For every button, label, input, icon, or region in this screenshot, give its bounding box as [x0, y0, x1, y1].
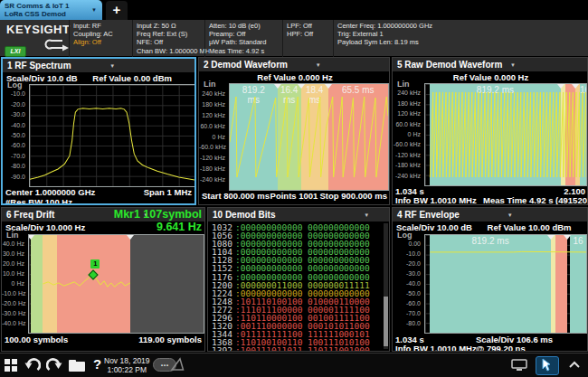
y-axis-tick-label: -40.0 Hz	[2, 320, 24, 326]
y-axis-tick-label: 120 kHz	[199, 112, 225, 118]
measurement-tab[interactable]: SR Comms & IoT 1 LoRa CSS Demod ▼	[0, 0, 102, 20]
keysight-logo: KEYSIGHT	[6, 23, 70, 36]
y-axis-tick-label: -30.0 Hz	[2, 310, 24, 316]
instrument-status-header: KEYSIGHT LXI Input: RFCoupling: ACAlign:…	[0, 20, 588, 56]
info-bw-label: Info BW 1.0010 MHz	[395, 344, 477, 352]
y-axis-tick-label: 30.0 Hz	[2, 250, 24, 257]
window-raw-demod-waveform[interactable]: 5 Raw Demod Waveform ▼ Ref Value 0.000 H…	[392, 57, 588, 205]
y-axis-tick-label: -20.0	[3, 101, 25, 108]
help-icon[interactable]: ?	[93, 356, 101, 372]
y-axis-tick-label: -180 kHz	[199, 165, 225, 172]
scale-line: Ref Value 0.000 Hz	[396, 72, 585, 82]
window-rf-spectrum[interactable]: 1 RF Spectrum ▼ Scale/Div 10.0 dB Ref Va…	[1, 57, 196, 205]
chevron-down-icon[interactable]: ▼	[507, 212, 513, 218]
res-bw-label: #Res BW 100 Hz	[5, 197, 72, 205]
x-axis-center-label: Center 1.0000000 GHz	[5, 187, 95, 197]
demod-bits-table: 1032:000000000000 0000000000001056:00000…	[211, 223, 382, 351]
trace-line	[425, 84, 586, 185]
window-title-bar[interactable]: 5 Raw Demod Waveform ▼	[393, 58, 587, 71]
scrollbar-track[interactable]	[384, 223, 388, 349]
header-setting-value: Freq Ref: Ext (S)	[137, 30, 209, 38]
y-axis-tick-label: -30.0	[3, 111, 25, 118]
ref-value: Ref Value 0.00 dBm	[92, 73, 172, 83]
tab-label-line1: SR Comms & IoT 1	[5, 2, 102, 10]
y-axis-tick-label: -20.0 Hz	[2, 300, 24, 306]
header-setting-value: Center Freq: 1.000000000 GHz	[337, 22, 459, 30]
y-axis-tick-label: -80.0	[393, 320, 421, 326]
bit-row-values: :100111011011 110111001000	[235, 345, 370, 351]
ref-value: Ref Value 0.000 Hz	[453, 72, 528, 82]
window-title: 4 RF Envelope	[397, 210, 460, 220]
y-axis-tick-label: -50.0	[3, 132, 25, 138]
vsa-application-window: SR Comms & IoT 1 LoRa CSS Demod ▼ + KEYS…	[0, 0, 588, 377]
y-axis-tick-label: -60.0	[393, 300, 421, 306]
chevron-down-icon[interactable]: ▼	[316, 62, 321, 68]
y-axis-tick-label: 0 Hz	[199, 134, 225, 140]
y-axis-tick-label: -10.0	[393, 250, 421, 257]
window-demod-waveform[interactable]: 2 Demod Waveform ▼ Ref Value 0.000 Hz 81…	[198, 57, 390, 205]
window-rf-envelope[interactable]: 4 RF Envelope ▼ Scale/Div 10.00 dB Ref V…	[392, 207, 588, 352]
chevron-down-icon[interactable]: ▼	[510, 62, 516, 68]
add-measurement-button[interactable]: +	[106, 1, 128, 20]
lxi-badge: LXI	[5, 46, 26, 57]
raw-demod-plot-area: 819.2 ms16	[424, 83, 587, 186]
header-setting-value: HPF: Off	[287, 30, 336, 38]
window-title: 1 RF Spectrum	[7, 61, 71, 71]
header-setting-value: Input Z: 50 Ω	[137, 22, 209, 30]
marker-readout-value: 9.641 Hz	[114, 221, 202, 233]
x-axis-stop-label: 119.00 symbols	[138, 335, 202, 344]
y-axis-scale-type: Lin	[397, 80, 410, 89]
scrollbar-thumb[interactable]	[384, 297, 388, 347]
freq-drift-plot-area: 1	[28, 234, 204, 334]
chevron-down-icon[interactable]: ▼	[91, 6, 97, 14]
window-title-bar[interactable]: 1 RF Spectrum ▼	[3, 59, 194, 72]
y-axis-tick-label: 0 Hz	[2, 280, 24, 287]
ref-value: Ref Value 0.000 Hz	[257, 72, 332, 82]
x-axis-span-label: Span 1 MHz	[144, 187, 192, 197]
marker-flag[interactable]: 1	[90, 259, 100, 269]
window-title-bar[interactable]: 4 RF Envelope ▼	[393, 208, 587, 221]
trace-line	[30, 85, 195, 186]
header-settings-column: Center Freq: 1.000000000 GHzTrig: Extern…	[333, 20, 459, 58]
taskbar: ? Nov 18, 2019 1:00:22 PM ...	[0, 353, 588, 377]
header-setting-value: Coupling: AC	[73, 30, 131, 38]
window-title-bar[interactable]: 2 Demod Waveform ▼	[199, 58, 389, 71]
undo-icon[interactable]	[24, 358, 41, 373]
chevron-down-icon[interactable]: ▼	[109, 63, 115, 69]
time-res-label: @ 799.20 ns	[476, 344, 526, 352]
triangle-outline-icon	[170, 357, 185, 372]
windows-start-icon[interactable]	[5, 359, 17, 372]
y-axis-tick-label: 120 kHz	[393, 110, 421, 117]
header-settings-column: LPF: OffHPF: Off	[282, 20, 336, 58]
header-settings-column: Input: RFCoupling: ACAlign: Off	[69, 20, 131, 58]
header-setting-value: Trig: External 1	[337, 30, 459, 38]
clock-date-time[interactable]: Nov 18, 2019 1:00:22 PM	[104, 357, 150, 374]
y-axis-tick-label: -70.0	[3, 153, 25, 159]
y-axis-tick-label: -60.0 kHz	[199, 144, 225, 150]
header-setting-value: Align: Off	[73, 38, 131, 46]
display-icon[interactable]	[511, 359, 527, 372]
touch-pointer-icon[interactable]	[536, 356, 559, 375]
ref-value: Ref Value 10.00 dBm	[488, 222, 572, 232]
y-axis-tick-label: -80.0	[3, 163, 25, 169]
window-title-bar[interactable]: 10 Demod Bits ▼	[208, 208, 389, 221]
spectrum-plot-area	[29, 84, 196, 187]
y-axis-tick-label: -240 kHz	[393, 173, 421, 179]
window-freq-drift[interactable]: 6 Freq Drift ▼ Mkr1 107symbol 9.641 Hz S…	[1, 207, 205, 352]
trace-line	[425, 235, 586, 333]
redo-icon[interactable]	[46, 358, 62, 373]
y-axis-tick-label: -40.0	[3, 122, 25, 128]
y-axis-scale-type: Log	[7, 80, 23, 90]
chevron-down-icon[interactable]: ▼	[364, 212, 369, 218]
folder-icon[interactable]	[69, 358, 86, 372]
marker-readout: Mkr1 107symbol 9.641 Hz	[114, 208, 202, 233]
demod-waveform-plot-area: 819.2 ms16.4 ms18.4 ms65.5 ms	[229, 83, 389, 191]
y-axis-tick-label: -70.0	[393, 310, 421, 316]
window-demod-bits[interactable]: 10 Demod Bits ▼ 1032:000000000000 000000…	[207, 207, 390, 352]
y-axis-tick-label: 10.0 Hz	[2, 270, 24, 277]
chevron-up-icon[interactable]	[568, 361, 581, 369]
y-axis-tick-label: -180 kHz	[393, 162, 421, 168]
y-axis-tick-label: 180 kHz	[393, 100, 421, 107]
bit-row-address: 1392	[211, 346, 232, 351]
tab-label-line2: LoRa CSS Demod	[5, 10, 102, 18]
